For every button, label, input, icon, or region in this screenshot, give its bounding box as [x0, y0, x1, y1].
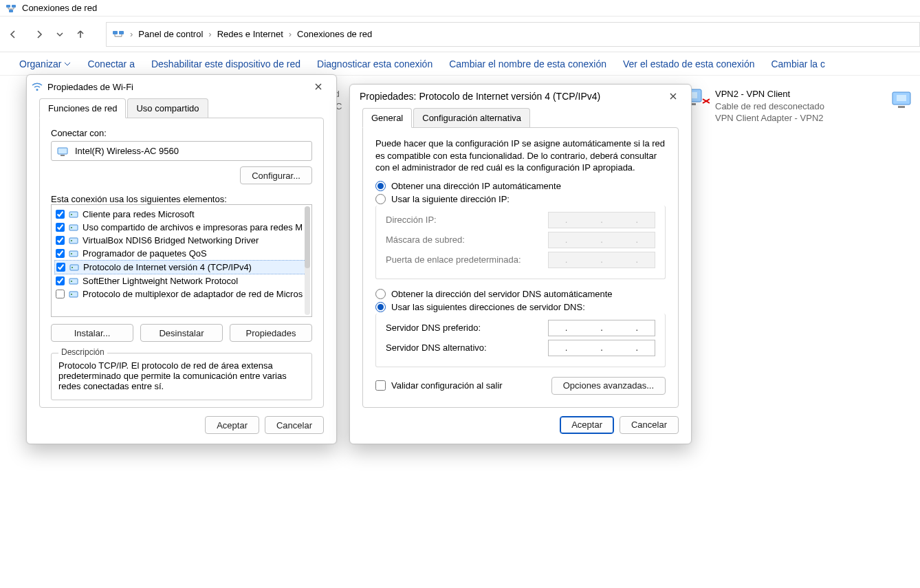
label-dns-preferred: Servidor DNS preferido:: [386, 323, 548, 333]
adapter-box: Intel(R) Wireless-AC 9560: [51, 141, 312, 161]
svg-point-21: [71, 253, 72, 254]
component-label: Protocolo de Internet versión 4 (TCP/IPv…: [83, 262, 252, 272]
breadcrumb-item[interactable]: Panel de control: [138, 29, 203, 39]
scrollbar[interactable]: [305, 206, 310, 315]
nav-back[interactable]: [0, 21, 26, 47]
checkbox-validate-input[interactable]: [375, 380, 386, 391]
tab-alternate-config[interactable]: Configuración alternativa: [413, 108, 530, 128]
svg-rect-22: [70, 265, 78, 270]
nav-forward[interactable]: [26, 21, 52, 47]
radio-dns-auto[interactable]: Obtener la dirección del servidor DNS au…: [375, 289, 666, 299]
input-gateway: ...: [548, 252, 655, 268]
radio-dns-manual[interactable]: Usar las siguientes direcciones de servi…: [375, 302, 666, 312]
protocol-icon: [69, 210, 78, 219]
protocol-icon: [69, 263, 79, 272]
input-dns-preferred[interactable]: ...: [548, 320, 655, 336]
svg-rect-24: [69, 279, 78, 284]
radio-ip-auto-input[interactable]: [375, 181, 386, 191]
svg-point-11: [36, 89, 39, 91]
label-dns-alternate: Servidor DNS alternativo:: [386, 342, 548, 353]
protocol-icon: [69, 290, 78, 299]
component-row[interactable]: Cliente para redes Microsoft: [54, 208, 309, 221]
connection-name: VPN2 - VPN Client: [715, 88, 824, 100]
component-checkbox[interactable]: [56, 223, 65, 232]
advanced-button[interactable]: Opciones avanzadas...: [551, 377, 666, 395]
tab-network-functions[interactable]: Funciones de red: [39, 98, 126, 118]
radio-ip-manual[interactable]: Usar la siguiente dirección IP:: [375, 194, 666, 204]
component-row[interactable]: SoftEther Lightweight Network Protocol: [54, 274, 309, 287]
cmd-disable[interactable]: Deshabilitar este dispositivo de red: [151, 58, 300, 69]
accept-button[interactable]: Aceptar: [560, 416, 614, 434]
install-button[interactable]: Instalar...: [51, 324, 133, 342]
accept-button[interactable]: Aceptar: [205, 416, 259, 434]
cmd-connect[interactable]: Conectar a: [87, 58, 134, 69]
svg-rect-26: [69, 292, 78, 297]
network-adapter-icon: [891, 91, 919, 114]
svg-rect-0: [6, 5, 10, 8]
breadcrumb-icon: [112, 28, 124, 41]
tab-sharing[interactable]: Uso compartido: [127, 98, 208, 118]
uninstall-button[interactable]: Desinstalar: [140, 324, 223, 342]
cmd-rename[interactable]: Cambiar el nombre de esta conexión: [449, 58, 606, 69]
protocol-icon: [69, 223, 78, 232]
connection-status: Cable de red desconectado: [715, 100, 824, 113]
svg-rect-4: [119, 31, 124, 34]
input-dns-alternate[interactable]: ...: [548, 340, 655, 356]
scrollbar-thumb[interactable]: [305, 206, 310, 268]
component-checkbox[interactable]: [56, 210, 65, 219]
label-ip-address: Dirección IP:: [386, 215, 548, 225]
component-checkbox[interactable]: [56, 290, 65, 298]
description-text: Protocolo TCP/IP. El protocolo de red de…: [58, 360, 305, 391]
nav-up[interactable]: [67, 21, 94, 47]
component-row[interactable]: Protocolo de Internet versión 4 (TCP/IPv…: [54, 260, 309, 274]
component-row[interactable]: VirtualBox NDIS6 Bridged Networking Driv…: [54, 234, 309, 247]
radio-ip-auto[interactable]: Obtener una dirección IP automáticamente: [375, 181, 666, 191]
radio-ip-manual-input[interactable]: [375, 194, 386, 204]
component-row[interactable]: Programador de paquetes QoS: [54, 247, 309, 260]
checkbox-validate[interactable]: Validar configuración al salir: [375, 380, 503, 391]
cmd-organize[interactable]: Organizar: [19, 58, 71, 69]
input-ip-address: ...: [548, 212, 655, 228]
cancel-button[interactable]: Cancelar: [620, 416, 679, 434]
svg-point-27: [71, 294, 72, 295]
cmd-status[interactable]: Ver el estado de esta conexión: [623, 58, 754, 69]
component-row[interactable]: Uso compartido de archivos e impresoras …: [54, 221, 309, 234]
intro-text: Puede hacer que la configuración IP se a…: [375, 138, 666, 174]
configure-button[interactable]: Configurar...: [240, 166, 312, 184]
close-button[interactable]: [305, 76, 332, 97]
breadcrumb-item[interactable]: Redes e Internet: [217, 29, 283, 39]
label-gateway: Puerta de enlace predeterminada:: [386, 254, 548, 265]
properties-button[interactable]: Propiedades: [230, 324, 312, 342]
tab-general[interactable]: General: [362, 108, 412, 128]
radio-dns-manual-input[interactable]: [375, 302, 386, 312]
cmd-change[interactable]: Cambiar la c: [771, 58, 825, 69]
component-checkbox[interactable]: [56, 236, 65, 245]
svg-rect-14: [69, 212, 78, 217]
radio-dns-auto-input[interactable]: [375, 289, 386, 299]
component-label: VirtualBox NDIS6 Bridged Networking Driv…: [83, 235, 259, 246]
component-label: Uso compartido de archivos e impresoras …: [83, 222, 303, 232]
component-checkbox[interactable]: [56, 263, 65, 272]
close-button[interactable]: [659, 86, 687, 107]
breadcrumb[interactable]: › Panel de control › Redes e Internet › …: [106, 22, 920, 47]
nav-recent[interactable]: [52, 21, 67, 47]
svg-point-19: [71, 240, 72, 241]
connection-device: VPN Client Adapter - VPN2: [715, 112, 824, 124]
component-checkbox[interactable]: [56, 276, 65, 285]
cmd-diagnose[interactable]: Diagnosticar esta conexión: [317, 58, 432, 69]
breadcrumb-item[interactable]: Conexiones de red: [297, 29, 372, 39]
wifi-properties-dialog: Propiedades de Wi-Fi Funciones de red Us…: [26, 74, 337, 444]
connection-item-vpn2[interactable]: VPN2 - VPN Client Cable de red desconect…: [682, 88, 888, 124]
window-title: Conexiones de red: [22, 3, 97, 13]
svg-point-23: [72, 267, 73, 268]
svg-point-17: [71, 227, 72, 228]
label-subnet-mask: Máscara de subred:: [386, 235, 548, 245]
components-label: Esta conexión usa los siguientes element…: [51, 194, 312, 204]
cancel-button[interactable]: Cancelar: [265, 416, 324, 434]
component-checkbox[interactable]: [56, 249, 65, 258]
component-row[interactable]: Protocolo de multiplexor de adaptador de…: [54, 287, 309, 301]
network-folder-icon: [6, 3, 17, 14]
wifi-icon: [31, 80, 43, 93]
connect-with-label: Conectar con:: [51, 128, 312, 138]
components-list[interactable]: Cliente para redes MicrosoftUso comparti…: [51, 204, 312, 317]
